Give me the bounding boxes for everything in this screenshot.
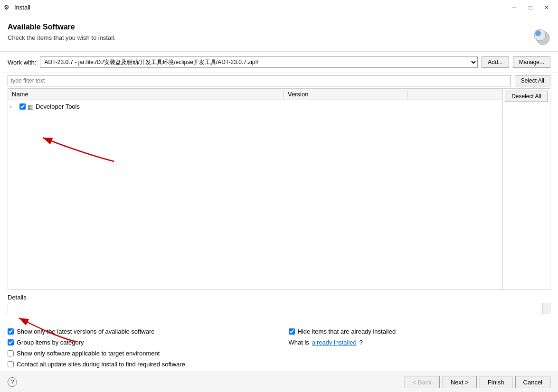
option-group-by-category: Group items by category <box>8 339 270 346</box>
work-with-row: Work with: ADT-23.0.7 - jar:file:/D:/安装盘… <box>0 52 558 73</box>
next-button[interactable]: Next > <box>443 376 477 388</box>
svg-point-2 <box>535 30 541 36</box>
label-hide-installed: Hide items that are already installed <box>298 328 396 335</box>
window-title: Install <box>14 4 30 11</box>
option-contact-update-sites: Contact all update sites during install … <box>8 361 270 368</box>
main-content: Work with: ADT-23.0.7 - jar:file:/D:/安装盘… <box>0 52 558 372</box>
option-target-environment: Show only software applicable to target … <box>8 350 270 357</box>
checkbox-target-environment[interactable] <box>8 350 14 356</box>
work-with-label: Work with: <box>8 59 36 66</box>
bottom-buttons: < Back Next > Finish Cancel <box>405 376 550 388</box>
checkbox-hide-installed[interactable] <box>289 328 295 335</box>
row-folder-icon: ▦ <box>28 103 34 111</box>
label-what-is-prefix: What is <box>289 339 309 346</box>
options-section: Show only the latest versions of availab… <box>0 324 558 372</box>
close-button[interactable]: ✕ <box>539 3 554 12</box>
filter-section: Select All <box>0 73 558 88</box>
dialog-header: Available Software Check the items that … <box>0 15 558 52</box>
checkbox-contact-update-sites[interactable] <box>8 361 14 367</box>
label-latest-versions: Show only the latest versions of availab… <box>17 328 155 335</box>
row-expander-icon[interactable]: › <box>10 104 18 110</box>
table-header: Name Version <box>8 89 502 100</box>
deselect-all-button[interactable]: Deselect All <box>505 91 548 102</box>
divider <box>0 322 558 322</box>
column-header-name: Name <box>8 91 284 98</box>
work-with-select[interactable]: ADT-23.0.7 - jar:file:/D:/安装盘及驱动/开发工具环境/… <box>40 56 478 68</box>
label-what-is-suffix: ? <box>359 339 363 346</box>
back-button[interactable]: < Back <box>405 376 440 388</box>
details-label: Details <box>8 294 550 301</box>
title-bar-controls: ─ □ ✕ <box>507 3 554 12</box>
title-bar-left: ⚙ Install <box>4 4 30 11</box>
page-subtitle: Check the items that you wish to install… <box>8 34 116 41</box>
option-hide-installed: Hide items that are already installed <box>289 328 551 335</box>
table-main: Name Version ›▦Developer Tools <box>8 89 502 289</box>
checkbox-latest-versions[interactable] <box>8 328 14 335</box>
filter-input[interactable] <box>8 75 511 86</box>
table-body: ›▦Developer Tools <box>8 100 502 289</box>
option-latest-versions: Show only the latest versions of availab… <box>8 328 270 335</box>
header-logo <box>528 23 550 46</box>
window-icon: ⚙ <box>4 4 11 11</box>
title-bar: ⚙ Install ─ □ ✕ <box>0 0 558 15</box>
maximize-button[interactable]: □ <box>523 3 538 12</box>
install-dialog: Available Software Check the items that … <box>0 15 558 392</box>
select-all-button[interactable]: Select All <box>515 75 550 86</box>
row-checkbox[interactable] <box>19 103 26 110</box>
label-target-environment: Show only software applicable to target … <box>17 350 160 357</box>
options-left: Show only the latest versions of availab… <box>8 328 270 368</box>
manage-button[interactable]: Manage... <box>513 56 550 68</box>
bottom-left: ? <box>8 377 17 387</box>
add-button[interactable]: Add... <box>482 56 509 68</box>
column-header-version: Version <box>284 91 407 98</box>
options-right: Hide items that are already installed Wh… <box>289 328 551 368</box>
page-title: Available Software <box>8 23 116 31</box>
table-row[interactable]: ›▦Developer Tools <box>8 100 502 113</box>
dialog-content: Available Software Check the items that … <box>0 15 558 392</box>
bottom-bar: ? < Back Next > Finish Cancel <box>0 372 558 392</box>
header-text: Available Software Check the items that … <box>8 23 116 41</box>
eclipse-logo-icon <box>528 23 550 46</box>
cancel-button[interactable]: Cancel <box>515 376 550 388</box>
table-wrapper: Name Version ›▦Developer Tools Deselect … <box>8 88 550 290</box>
help-button[interactable]: ? <box>8 377 17 387</box>
label-contact-update-sites: Contact all update sites during install … <box>17 361 185 368</box>
details-scrollbar[interactable] <box>542 303 550 314</box>
table-side-buttons: Deselect All <box>502 89 550 289</box>
minimize-button[interactable]: ─ <box>507 3 522 12</box>
details-content <box>8 303 550 314</box>
option-what-is-installed: What is already installed ? <box>289 339 551 346</box>
checkbox-group-by-category[interactable] <box>8 339 14 345</box>
already-installed-link[interactable]: already installed <box>312 339 357 346</box>
finish-button[interactable]: Finish <box>480 376 512 388</box>
details-section: Details <box>0 290 558 320</box>
label-group-by-category: Group items by category <box>17 339 84 346</box>
row-name-label: Developer Tools <box>36 103 80 110</box>
